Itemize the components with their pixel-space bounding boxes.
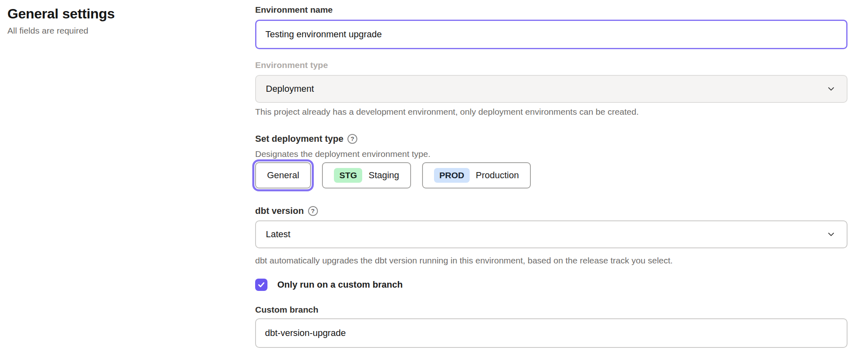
production-button-label: Production <box>476 170 519 181</box>
custom-branch-input[interactable] <box>255 318 847 348</box>
custom-branch-label: Custom branch <box>255 305 847 315</box>
environment-name-label: Environment name <box>255 5 847 15</box>
checkmark-icon <box>258 281 265 288</box>
staging-button-label: Staging <box>368 170 399 181</box>
settings-form: Environment name Environment type Deploy… <box>255 0 847 348</box>
custom-branch-checkbox-label[interactable]: Only run on a custom branch <box>277 279 403 290</box>
environment-type-label: Environment type <box>255 60 847 70</box>
settings-page: General settings All fields are required… <box>0 0 868 348</box>
custom-branch-checkbox[interactable] <box>255 279 267 291</box>
environment-type-select: Deployment <box>255 75 847 103</box>
dbt-version-value: Latest <box>266 229 290 240</box>
deployment-type-section: Set deployment type ? <box>255 134 847 144</box>
dbt-version-select[interactable]: Latest <box>255 220 847 248</box>
dbt-version-label: dbt version <box>255 206 304 216</box>
deployment-type-staging-button[interactable]: STG Staging <box>322 162 411 188</box>
chevron-down-icon <box>826 84 836 94</box>
custom-branch-toggle-row: Only run on a custom branch <box>255 279 847 291</box>
left-column: General settings All fields are required <box>0 0 255 348</box>
help-icon[interactable]: ? <box>347 134 357 144</box>
environment-type-helper: This project already has a development e… <box>255 107 847 117</box>
help-icon[interactable]: ? <box>308 206 318 216</box>
page-title: General settings <box>7 6 255 21</box>
deployment-type-options: General STG Staging PROD Production <box>255 162 847 188</box>
deployment-type-helper: Designates the deployment environment ty… <box>255 149 847 159</box>
environment-type-value: Deployment <box>266 84 314 94</box>
deployment-type-production-button[interactable]: PROD Production <box>422 162 531 188</box>
production-badge: PROD <box>434 168 470 183</box>
page-subtitle: All fields are required <box>7 26 255 36</box>
dbt-version-section: dbt version ? <box>255 206 847 216</box>
deployment-type-label: Set deployment type <box>255 134 343 144</box>
chevron-down-icon <box>826 229 836 239</box>
general-button-label: General <box>267 170 299 181</box>
staging-badge: STG <box>334 168 362 183</box>
deployment-type-general-button[interactable]: General <box>255 162 311 188</box>
environment-name-input[interactable] <box>255 20 847 49</box>
dbt-version-helper: dbt automatically upgrades the dbt versi… <box>255 255 847 266</box>
